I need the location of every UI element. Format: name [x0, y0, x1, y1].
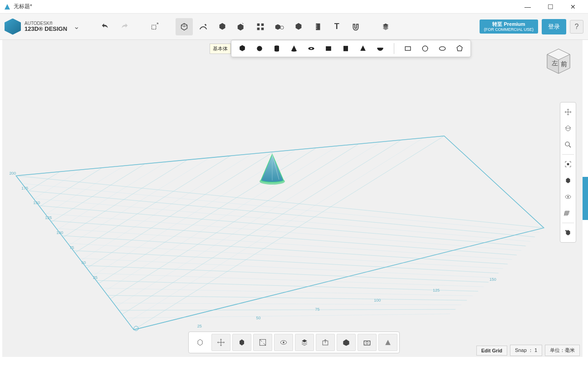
svg-line-32 [95, 280, 478, 291]
svg-rect-1 [152, 25, 156, 29]
svg-line-87 [569, 146, 571, 147]
svg-text:150: 150 [490, 277, 496, 282]
svg-line-51 [90, 273, 484, 287]
bottom-fit-button[interactable] [253, 334, 272, 351]
svg-text:前: 前 [561, 60, 567, 68]
primitives-button[interactable] [176, 18, 193, 35]
svg-point-14 [274, 50, 279, 51]
bottom-pan-button[interactable] [211, 334, 230, 351]
grouping-button[interactable] [271, 18, 288, 35]
pyramid-solid-button[interactable] [358, 43, 368, 54]
snap-value[interactable]: Snap ： 1 [510, 345, 542, 356]
measure-button[interactable] [309, 18, 326, 35]
sphere-solid-button[interactable] [254, 43, 265, 54]
app-menu[interactable]: AUTODESK® 123D® DESIGN ⌄ [5, 19, 79, 35]
svg-point-86 [565, 142, 569, 146]
svg-line-53 [113, 303, 461, 305]
svg-text:25: 25 [93, 275, 98, 280]
text-button[interactable]: T [328, 18, 345, 35]
torus-solid-button[interactable] [306, 43, 317, 54]
svg-rect-3 [261, 23, 264, 26]
combine-button[interactable] [290, 18, 307, 35]
wedge-solid-button[interactable] [323, 43, 334, 54]
sketch-button[interactable] [195, 18, 212, 35]
bottom-export-button[interactable] [316, 334, 335, 351]
ellipse-sketch-button[interactable] [437, 43, 448, 54]
close-button[interactable]: ✕ [566, 2, 580, 11]
bottom-visibility-button[interactable] [274, 334, 293, 351]
grid-plane: 200175150125100755025 255075100125150 [2, 40, 583, 357]
svg-line-39 [87, 152, 273, 268]
snap-options-tool[interactable] [560, 225, 576, 240]
grid-toggle-tool[interactable] [560, 205, 576, 221]
svg-line-60 [69, 158, 209, 245]
svg-line-50 [78, 258, 494, 278]
login-button[interactable]: 登录 [542, 19, 566, 34]
unit-label[interactable]: 单位：毫米 [545, 345, 580, 356]
svg-point-11 [257, 46, 262, 51]
fit-tool[interactable] [560, 156, 576, 172]
svg-point-17 [310, 48, 313, 49]
polygon-sketch-button[interactable] [454, 43, 465, 54]
visibility-tool[interactable] [560, 189, 576, 205]
bottom-layers-button[interactable] [295, 334, 314, 351]
pattern-button[interactable] [252, 18, 269, 35]
bottom-view-button[interactable] [378, 334, 397, 351]
bottom-render-button[interactable] [337, 334, 356, 351]
svg-text:125: 125 [433, 288, 440, 293]
cone-solid-button[interactable] [289, 43, 299, 54]
orbit-tool[interactable] [560, 121, 576, 136]
svg-line-63 [34, 171, 80, 199]
viewport-3d[interactable]: 200175150125100755025 255075100125150 [2, 40, 583, 357]
transform-button[interactable] [146, 18, 163, 35]
window-title: 无标题* [14, 3, 521, 10]
pan-tool[interactable] [560, 104, 576, 120]
svg-line-45 [22, 184, 539, 233]
svg-line-26 [27, 191, 534, 237]
side-tab[interactable] [583, 177, 588, 220]
cylinder-solid-button[interactable] [271, 43, 282, 54]
brand-text: AUTODESK® 123D® DESIGN [24, 21, 67, 32]
look-tool[interactable] [560, 173, 576, 188]
edit-grid-button[interactable]: Edit Grid [476, 346, 507, 356]
snap-button[interactable] [347, 18, 364, 35]
undo-button[interactable] [97, 18, 114, 35]
box-solid-button[interactable] [237, 43, 248, 54]
prism-solid-button[interactable] [340, 43, 351, 54]
svg-point-21 [422, 46, 428, 51]
primitives-flyout: 基本体 [210, 40, 471, 57]
nav-panel [560, 102, 576, 243]
viewcube[interactable]: 左 前 [543, 45, 574, 77]
app-icon [4, 3, 11, 10]
bottom-orbit-button[interactable] [232, 334, 251, 351]
premium-button[interactable]: 转至 Premium (FOR COMMERCIAL USE) [480, 20, 538, 34]
svg-line-43 [39, 168, 102, 207]
construct-button[interactable] [214, 18, 231, 35]
chevron-down-icon[interactable]: ⌄ [74, 22, 79, 31]
svg-point-19 [377, 48, 383, 49]
svg-text:100: 100 [56, 230, 63, 235]
svg-marker-23 [457, 45, 462, 51]
svg-line-56 [116, 142, 380, 307]
circle-sketch-button[interactable] [420, 43, 431, 54]
rectangle-sketch-button[interactable] [402, 43, 413, 54]
svg-rect-88 [567, 163, 569, 166]
bottom-camera-button[interactable] [358, 334, 377, 351]
svg-point-6 [280, 26, 284, 29]
minimize-button[interactable]: — [521, 2, 534, 11]
help-button[interactable]: ? [570, 20, 583, 34]
svg-line-37 [110, 144, 358, 299]
svg-point-98 [366, 342, 368, 344]
hemisphere-solid-button[interactable] [375, 43, 386, 54]
svg-marker-96 [343, 339, 349, 346]
cone-object[interactable] [256, 153, 288, 185]
svg-text:175: 175 [21, 186, 28, 190]
material-button[interactable] [377, 18, 394, 35]
home-view-button[interactable] [191, 334, 210, 351]
svg-text:25: 25 [197, 324, 202, 328]
redo-button[interactable] [116, 18, 133, 35]
zoom-tool[interactable] [560, 137, 576, 152]
maximize-button[interactable]: ☐ [544, 2, 557, 11]
svg-line-44 [28, 172, 59, 191]
modify-button[interactable] [233, 18, 250, 35]
